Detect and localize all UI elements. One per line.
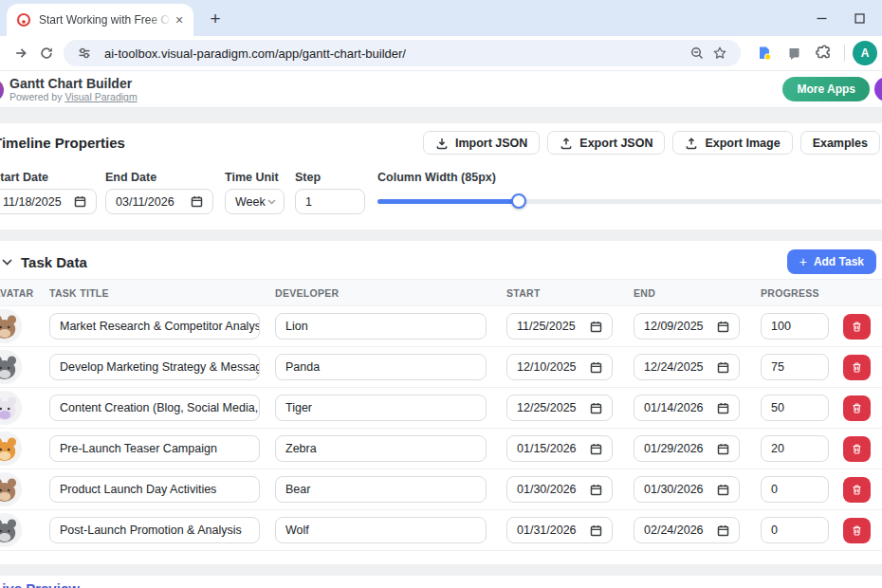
extension-flag-icon[interactable]: [783, 43, 804, 64]
developer-input[interactable]: Wolf: [275, 517, 487, 543]
reload-icon[interactable]: [33, 41, 59, 66]
calendar-icon[interactable]: [590, 321, 602, 333]
end-date-input[interactable]: 01/14/2026: [634, 395, 740, 421]
calendar-icon[interactable]: [717, 524, 729, 537]
start-date-input[interactable]: 01/31/2026: [506, 517, 613, 543]
progress-input[interactable]: 50: [761, 395, 829, 421]
examples-button[interactable]: Examples: [800, 131, 880, 155]
column-width-slider[interactable]: [377, 189, 882, 214]
progress-input[interactable]: 20: [761, 435, 829, 462]
delete-task-button[interactable]: [843, 314, 871, 340]
task-title-input[interactable]: Product Launch Day Activities: [49, 476, 260, 503]
column-width-label: Column Width (85px): [377, 171, 882, 184]
collapse-chevron-icon[interactable]: [2, 259, 12, 266]
end-date-input[interactable]: 03/11/2026: [105, 189, 213, 214]
start-date-value: 01/31/2026: [517, 524, 577, 537]
progress-input[interactable]: 75: [761, 354, 829, 380]
export-image-button[interactable]: Export Image: [672, 131, 792, 155]
omnibox[interactable]: ai-toolbox.visual-paradigm.com/app/gantt…: [64, 40, 741, 66]
more-apps-button[interactable]: More Apps: [782, 77, 870, 101]
column-width-slider-fill: [377, 199, 519, 204]
extensions-puzzle-icon[interactable]: [813, 43, 834, 64]
task-title-input[interactable]: Post-Launch Promotion & Analysis: [49, 517, 260, 543]
calendar-icon[interactable]: [191, 195, 203, 208]
user-avatar[interactable]: [874, 77, 882, 101]
forward-icon[interactable]: [8, 41, 33, 66]
step-input[interactable]: 1: [295, 189, 365, 214]
progress-input[interactable]: 100: [761, 313, 829, 340]
column-width-slider-thumb[interactable]: [511, 193, 526, 209]
calendar-icon[interactable]: [590, 443, 602, 455]
end-date-value: 02/24/2026: [644, 524, 704, 537]
site-settings-icon[interactable]: [73, 42, 96, 64]
extension-doc-icon[interactable]: [754, 43, 775, 64]
timeline-properties-section: Timeline Properties Import JSON: [0, 123, 882, 230]
bookmark-star-icon[interactable]: [708, 42, 731, 64]
developer-input[interactable]: Tiger: [275, 395, 487, 421]
import-json-button[interactable]: Import JSON: [423, 131, 540, 155]
app-logo-icon: [0, 79, 4, 101]
visual-paradigm-link[interactable]: Visual Paradigm: [64, 91, 137, 102]
developer-input[interactable]: Lion: [275, 313, 487, 340]
end-date-input[interactable]: 12/24/2025: [634, 354, 740, 380]
tab-close-icon[interactable]: ×: [171, 11, 188, 28]
upload-icon: [685, 137, 698, 150]
calendar-icon[interactable]: [717, 321, 729, 333]
timeline-properties-title: Timeline Properties: [0, 131, 125, 151]
task-title-input[interactable]: Develop Marketing Strategy & Messaging: [49, 354, 260, 380]
task-title-input[interactable]: Content Creation (Blog, Social Media, Vi…: [49, 395, 260, 421]
browser-tab-bar: Start Working with Free Online × +: [0, 0, 882, 36]
delete-task-button[interactable]: [843, 477, 871, 503]
start-date-input[interactable]: 11/18/2025: [0, 189, 97, 214]
window-maximize-button[interactable]: [840, 0, 878, 36]
end-date-value: 01/29/2026: [644, 442, 704, 455]
end-date-input[interactable]: 01/29/2026: [634, 435, 740, 462]
calendar-icon[interactable]: [717, 443, 729, 455]
start-date-input[interactable]: 01/15/2026: [506, 435, 613, 462]
profile-avatar[interactable]: A: [853, 41, 877, 65]
start-date-value: 12/25/2025: [517, 401, 577, 414]
start-date-input[interactable]: 12/10/2025: [506, 354, 613, 380]
task-title-input[interactable]: Pre-Launch Teaser Campaign: [49, 435, 260, 462]
start-date-input[interactable]: 01/30/2026: [506, 476, 613, 503]
delete-task-button[interactable]: [843, 355, 871, 380]
browser-tab[interactable]: Start Working with Free Online ×: [7, 4, 193, 36]
start-date-input[interactable]: 11/25/2025: [506, 313, 613, 340]
time-unit-select[interactable]: Week: [225, 189, 285, 214]
add-task-button[interactable]: + Add Task: [787, 249, 876, 274]
calendar-icon[interactable]: [717, 402, 729, 414]
end-date-input[interactable]: 12/09/2025: [634, 313, 740, 340]
calendar-icon[interactable]: [717, 484, 729, 496]
developer-input[interactable]: Bear: [275, 476, 487, 503]
end-date-value: 03/11/2026: [116, 195, 175, 209]
delete-task-button[interactable]: [843, 436, 871, 462]
calendar-icon[interactable]: [590, 484, 602, 496]
developer-input[interactable]: Zebra: [275, 435, 487, 462]
calendar-icon[interactable]: [590, 402, 602, 414]
progress-input[interactable]: 0: [761, 476, 829, 503]
end-date-input[interactable]: 01/30/2026: [634, 476, 740, 503]
calendar-icon[interactable]: [717, 361, 729, 374]
calendar-icon[interactable]: [590, 361, 602, 374]
delete-task-button[interactable]: [843, 518, 871, 543]
task-title-input[interactable]: Market Research & Competitor Analysis: [49, 313, 260, 340]
calendar-icon[interactable]: [590, 524, 602, 537]
table-row: Develop Marketing Strategy & Messaging P…: [0, 347, 882, 388]
column-header-start: START: [499, 287, 626, 299]
new-tab-button[interactable]: +: [204, 8, 227, 30]
window-minimize-button[interactable]: [802, 0, 840, 36]
start-date-input[interactable]: 12/25/2025: [506, 395, 613, 421]
developer-input[interactable]: Panda: [275, 354, 487, 380]
url-text[interactable]: ai-toolbox.visual-paradigm.com/app/gantt…: [104, 46, 686, 61]
examples-label: Examples: [813, 137, 868, 150]
progress-input[interactable]: 0: [761, 517, 829, 543]
zoom-out-icon[interactable]: [686, 42, 708, 64]
trash-icon: [851, 402, 863, 414]
end-date-input[interactable]: 02/24/2026: [634, 517, 740, 543]
time-unit-label: Time Unit: [225, 171, 285, 184]
tab-title: Start Working with Free Online: [39, 13, 171, 27]
export-json-button[interactable]: Export JSON: [547, 131, 665, 155]
delete-task-button[interactable]: [843, 395, 871, 421]
calendar-icon[interactable]: [74, 195, 86, 208]
column-header-developer: DEVELOPER: [267, 287, 499, 299]
